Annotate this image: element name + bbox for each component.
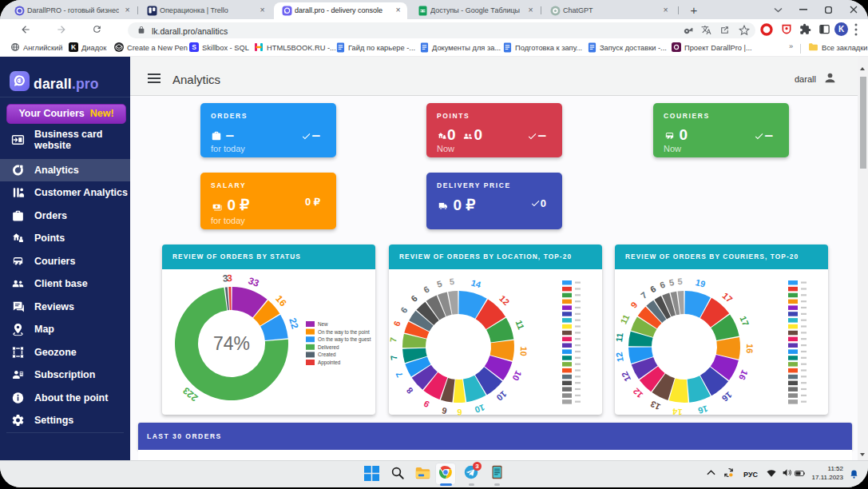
svg-text:K: K [71, 43, 77, 51]
svg-text:S: S [192, 43, 196, 51]
